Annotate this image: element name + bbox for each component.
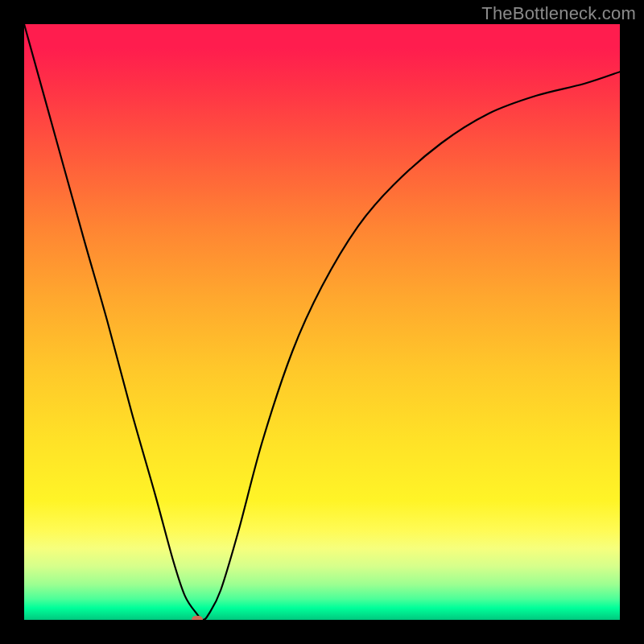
minimum-marker — [192, 616, 203, 620]
watermark-text: TheBottleneck.com — [481, 3, 636, 24]
curve-svg — [24, 24, 620, 620]
plot-area — [24, 24, 620, 620]
chart-frame: TheBottleneck.com — [0, 0, 644, 644]
bottleneck-curve — [24, 24, 620, 620]
